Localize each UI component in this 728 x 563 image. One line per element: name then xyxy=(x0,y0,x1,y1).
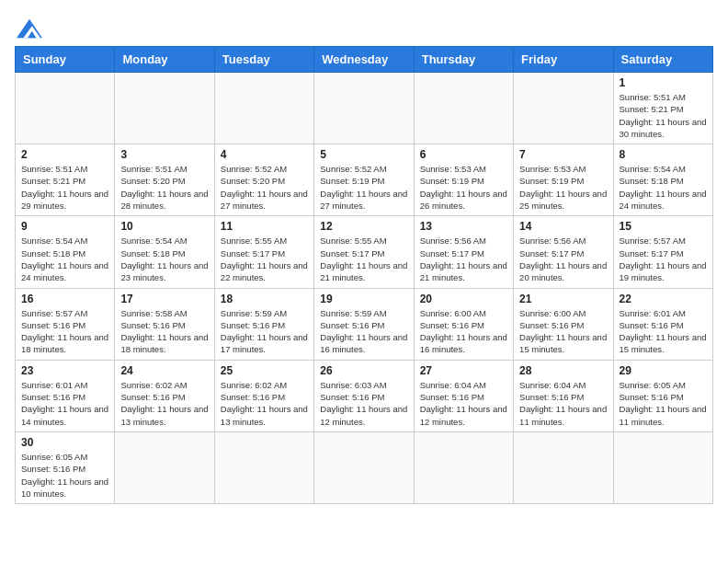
day-number: 15 xyxy=(620,220,707,233)
day-number: 28 xyxy=(519,364,607,377)
day-number: 2 xyxy=(21,148,108,161)
calendar-cell: 16Sunrise: 5:57 AMSunset: 5:16 PMDayligh… xyxy=(16,288,115,360)
day-number: 20 xyxy=(420,293,507,305)
day-number: 18 xyxy=(221,293,308,305)
day-number: 14 xyxy=(519,220,607,233)
day-info: Sunrise: 5:55 AMSunset: 5:17 PMDaylight:… xyxy=(320,235,407,283)
day-of-week-header: Tuesday xyxy=(214,47,313,73)
day-info: Sunrise: 6:05 AMSunset: 5:16 PMDaylight:… xyxy=(21,451,108,500)
day-info: Sunrise: 5:56 AMSunset: 5:17 PMDaylight:… xyxy=(519,235,607,283)
day-info: Sunrise: 5:54 AMSunset: 5:18 PMDaylight:… xyxy=(21,235,108,283)
day-number: 1 xyxy=(620,76,707,89)
day-info: Sunrise: 5:54 AMSunset: 5:18 PMDaylight:… xyxy=(620,163,707,212)
day-number: 9 xyxy=(21,220,108,233)
day-info: Sunrise: 5:51 AMSunset: 5:20 PMDaylight:… xyxy=(120,163,208,212)
calendar-cell: 7Sunrise: 5:53 AMSunset: 5:19 PMDaylight… xyxy=(514,144,613,216)
day-number: 30 xyxy=(21,436,108,449)
day-number: 5 xyxy=(320,148,407,161)
calendar-cell: 1Sunrise: 5:51 AMSunset: 5:21 PMDaylight… xyxy=(613,73,712,144)
calendar-cell xyxy=(314,431,414,503)
calendar-week-row: 2Sunrise: 5:51 AMSunset: 5:21 PMDaylight… xyxy=(16,144,713,216)
day-number: 16 xyxy=(21,293,108,305)
day-number: 19 xyxy=(320,293,407,305)
day-info: Sunrise: 5:55 AMSunset: 5:17 PMDaylight:… xyxy=(221,235,308,283)
calendar-cell: 19Sunrise: 5:59 AMSunset: 5:16 PMDayligh… xyxy=(314,288,414,360)
calendar-week-row: 1Sunrise: 5:51 AMSunset: 5:21 PMDaylight… xyxy=(16,73,713,144)
day-info: Sunrise: 6:02 AMSunset: 5:16 PMDaylight:… xyxy=(120,379,208,428)
day-info: Sunrise: 6:04 AMSunset: 5:16 PMDaylight:… xyxy=(420,379,507,428)
day-info: Sunrise: 6:00 AMSunset: 5:16 PMDaylight:… xyxy=(420,307,507,356)
calendar-cell: 22Sunrise: 6:01 AMSunset: 5:16 PMDayligh… xyxy=(613,288,712,360)
day-of-week-header: Friday xyxy=(514,47,613,73)
day-info: Sunrise: 5:54 AMSunset: 5:18 PMDaylight:… xyxy=(120,235,208,283)
day-info: Sunrise: 5:51 AMSunset: 5:21 PMDaylight:… xyxy=(21,163,108,212)
day-info: Sunrise: 5:53 AMSunset: 5:19 PMDaylight:… xyxy=(420,163,507,212)
calendar-cell xyxy=(414,73,513,144)
calendar-week-row: 16Sunrise: 5:57 AMSunset: 5:16 PMDayligh… xyxy=(16,288,713,360)
calendar-cell: 6Sunrise: 5:53 AMSunset: 5:19 PMDaylight… xyxy=(414,144,513,216)
day-info: Sunrise: 6:00 AMSunset: 5:16 PMDaylight:… xyxy=(519,307,607,356)
calendar-cell: 12Sunrise: 5:55 AMSunset: 5:17 PMDayligh… xyxy=(314,216,414,288)
day-number: 6 xyxy=(420,148,507,161)
day-number: 3 xyxy=(120,148,208,161)
day-number: 25 xyxy=(221,364,308,377)
day-info: Sunrise: 6:01 AMSunset: 5:16 PMDaylight:… xyxy=(620,307,707,356)
calendar-cell: 14Sunrise: 5:56 AMSunset: 5:17 PMDayligh… xyxy=(514,216,613,288)
day-of-week-header: Wednesday xyxy=(314,47,414,73)
calendar-header-row: SundayMondayTuesdayWednesdayThursdayFrid… xyxy=(16,47,713,73)
day-info: Sunrise: 5:56 AMSunset: 5:17 PMDaylight:… xyxy=(420,235,507,283)
day-info: Sunrise: 5:59 AMSunset: 5:16 PMDaylight:… xyxy=(221,307,308,356)
day-info: Sunrise: 5:57 AMSunset: 5:16 PMDaylight:… xyxy=(21,307,108,356)
day-info: Sunrise: 5:59 AMSunset: 5:16 PMDaylight:… xyxy=(320,307,407,356)
calendar-cell xyxy=(214,431,313,503)
calendar-cell: 9Sunrise: 5:54 AMSunset: 5:18 PMDaylight… xyxy=(16,216,115,288)
calendar-cell xyxy=(214,73,313,144)
logo-icon xyxy=(17,18,42,39)
calendar-cell: 5Sunrise: 5:52 AMSunset: 5:19 PMDaylight… xyxy=(314,144,414,216)
calendar-cell xyxy=(115,73,214,144)
logo xyxy=(15,15,42,39)
day-info: Sunrise: 6:05 AMSunset: 5:16 PMDaylight:… xyxy=(620,379,707,428)
calendar-cell: 27Sunrise: 6:04 AMSunset: 5:16 PMDayligh… xyxy=(414,360,513,431)
day-info: Sunrise: 5:53 AMSunset: 5:19 PMDaylight:… xyxy=(519,163,607,212)
day-number: 22 xyxy=(620,293,707,305)
calendar-cell xyxy=(16,73,115,144)
day-number: 24 xyxy=(120,364,208,377)
day-info: Sunrise: 6:04 AMSunset: 5:16 PMDaylight:… xyxy=(519,379,607,428)
day-number: 23 xyxy=(21,364,108,377)
day-info: Sunrise: 6:01 AMSunset: 5:16 PMDaylight:… xyxy=(21,379,108,428)
day-info: Sunrise: 5:51 AMSunset: 5:21 PMDaylight:… xyxy=(620,91,707,140)
calendar-week-row: 9Sunrise: 5:54 AMSunset: 5:18 PMDaylight… xyxy=(16,216,713,288)
header xyxy=(15,15,713,39)
calendar-cell: 10Sunrise: 5:54 AMSunset: 5:18 PMDayligh… xyxy=(115,216,214,288)
calendar-cell: 17Sunrise: 5:58 AMSunset: 5:16 PMDayligh… xyxy=(115,288,214,360)
day-number: 8 xyxy=(620,148,707,161)
calendar-cell xyxy=(314,73,414,144)
calendar-cell: 20Sunrise: 6:00 AMSunset: 5:16 PMDayligh… xyxy=(414,288,513,360)
day-info: Sunrise: 6:02 AMSunset: 5:16 PMDaylight:… xyxy=(221,379,308,428)
calendar-week-row: 30Sunrise: 6:05 AMSunset: 5:16 PMDayligh… xyxy=(16,431,713,503)
day-number: 13 xyxy=(420,220,507,233)
day-info: Sunrise: 5:52 AMSunset: 5:20 PMDaylight:… xyxy=(221,163,308,212)
day-of-week-header: Saturday xyxy=(613,47,712,73)
day-number: 7 xyxy=(519,148,607,161)
calendar-cell: 11Sunrise: 5:55 AMSunset: 5:17 PMDayligh… xyxy=(214,216,313,288)
calendar-cell xyxy=(514,73,613,144)
calendar-cell: 29Sunrise: 6:05 AMSunset: 5:16 PMDayligh… xyxy=(613,360,712,431)
calendar-cell: 3Sunrise: 5:51 AMSunset: 5:20 PMDaylight… xyxy=(115,144,214,216)
calendar-table: SundayMondayTuesdayWednesdayThursdayFrid… xyxy=(15,46,713,504)
calendar-cell: 24Sunrise: 6:02 AMSunset: 5:16 PMDayligh… xyxy=(115,360,214,431)
day-number: 10 xyxy=(120,220,208,233)
day-info: Sunrise: 6:03 AMSunset: 5:16 PMDaylight:… xyxy=(320,379,407,428)
calendar-cell: 23Sunrise: 6:01 AMSunset: 5:16 PMDayligh… xyxy=(16,360,115,431)
calendar-cell: 15Sunrise: 5:57 AMSunset: 5:17 PMDayligh… xyxy=(613,216,712,288)
day-number: 12 xyxy=(320,220,407,233)
calendar-cell: 8Sunrise: 5:54 AMSunset: 5:18 PMDaylight… xyxy=(613,144,712,216)
day-number: 26 xyxy=(320,364,407,377)
day-number: 17 xyxy=(120,293,208,305)
calendar-week-row: 23Sunrise: 6:01 AMSunset: 5:16 PMDayligh… xyxy=(16,360,713,431)
calendar-cell xyxy=(613,431,712,503)
day-number: 27 xyxy=(420,364,507,377)
calendar-cell: 21Sunrise: 6:00 AMSunset: 5:16 PMDayligh… xyxy=(514,288,613,360)
calendar-cell: 13Sunrise: 5:56 AMSunset: 5:17 PMDayligh… xyxy=(414,216,513,288)
